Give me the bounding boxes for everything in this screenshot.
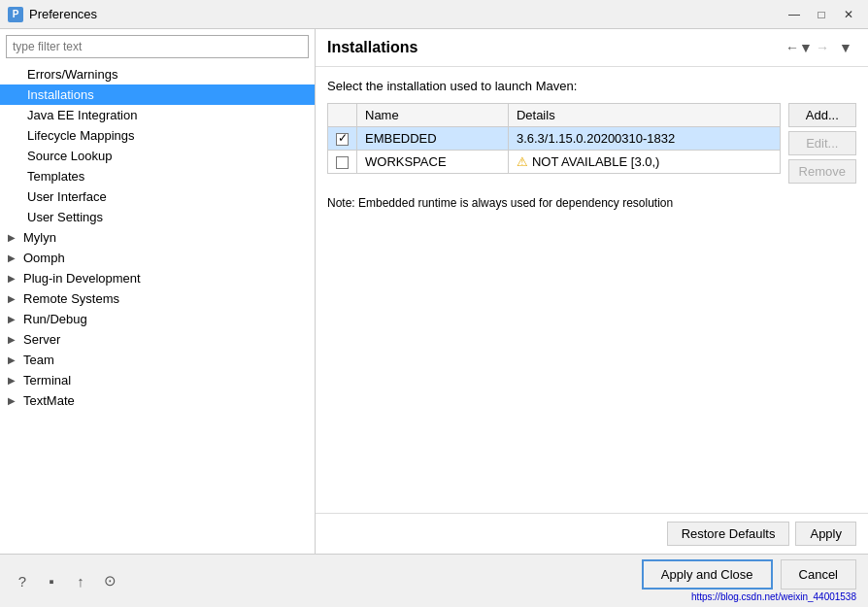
note-text: Note: Embedded runtime is always used fo… — [327, 195, 856, 212]
tree-item-oomph[interactable]: ▶Oomph — [0, 248, 315, 268]
tree-item-remote-systems[interactable]: ▶Remote Systems — [0, 288, 315, 309]
tree-item-templates[interactable]: Templates — [0, 166, 315, 186]
forward-button[interactable]: → — [812, 37, 833, 58]
section-title: Installations — [327, 39, 417, 56]
tree-item-label: Errors/Warnings — [27, 67, 117, 82]
toolbar-icons: ←▼ → ▼ — [788, 37, 856, 58]
close-button[interactable]: ✕ — [837, 5, 860, 24]
row-name: EMBEDDED — [357, 127, 509, 151]
tree-item-user-interface[interactable]: User Interface — [0, 186, 315, 207]
apply-button[interactable]: Apply — [795, 522, 856, 546]
row-details: 3.6.3/1.15.0.20200310-1832 — [508, 127, 780, 151]
filter-input[interactable] — [6, 35, 309, 58]
tree-item-label: Source Lookup — [27, 149, 112, 163]
tree-item-label: Team — [23, 353, 54, 367]
cancel-button[interactable]: Cancel — [781, 559, 856, 590]
tree-item-plugin-development[interactable]: ▶Plug-in Development — [0, 268, 315, 288]
title-bar-left: P Preferences — [8, 7, 97, 22]
back-button[interactable]: ←▼ — [788, 37, 810, 58]
bottom-bar: ? ▪ ↑ ⊙ Apply and Close Cancel https://b… — [0, 554, 868, 607]
export-icon[interactable]: ↑ — [70, 570, 91, 591]
remove-button[interactable]: Remove — [788, 159, 856, 184]
tree-item-source-lookup[interactable]: Source Lookup — [0, 146, 315, 166]
menu-button[interactable]: ▼ — [835, 37, 856, 58]
window-controls: — □ ✕ — [783, 5, 860, 24]
tree-item-user-settings[interactable]: User Settings — [0, 207, 315, 227]
checkbox[interactable] — [336, 133, 349, 146]
warning-icon: ⚠ — [517, 154, 528, 169]
right-content: Select the installation used to launch M… — [316, 67, 868, 513]
tree-item-label: Mylyn — [23, 230, 56, 245]
tree-container: Errors/WarningsInstallationsJava EE Inte… — [0, 64, 315, 554]
tree-item-lifecycle-mappings[interactable]: Lifecycle Mappings — [0, 125, 315, 146]
tree-item-label: Installations — [27, 87, 94, 102]
restore-apply-row: Restore Defaults Apply — [316, 513, 868, 554]
tree-item-label: Java EE Integration — [27, 108, 137, 122]
minimize-button[interactable]: — — [783, 5, 806, 24]
tree-item-team[interactable]: ▶Team — [0, 350, 315, 370]
tree-item-label: Plug-in Development — [23, 271, 141, 286]
apply-and-close-button[interactable]: Apply and Close — [642, 559, 773, 590]
tree-item-installations[interactable]: Installations — [0, 84, 315, 105]
col-checkbox — [328, 104, 357, 127]
tree-item-java-ee-integration[interactable]: Java EE Integration — [0, 105, 315, 125]
tree-item-server[interactable]: ▶Server — [0, 329, 315, 350]
tree-item-terminal[interactable]: ▶Terminal — [0, 370, 315, 390]
tree-item-errors-warnings[interactable]: Errors/Warnings — [0, 64, 315, 84]
tree-item-label: Templates — [27, 169, 84, 184]
tree-item-run-debug[interactable]: ▶Run/Debug — [0, 309, 315, 329]
bottom-left-icons: ? ▪ ↑ ⊙ — [12, 570, 120, 591]
side-buttons: Add... Edit... Remove — [788, 103, 856, 184]
instruction-text: Select the installation used to launch M… — [327, 79, 856, 93]
checkbox[interactable] — [336, 156, 349, 169]
installations-table: Name Details EMBEDDED3.6.3/1.15.0.202003… — [327, 103, 781, 174]
tree-item-label: User Interface — [27, 189, 107, 204]
table-row[interactable]: WORKSPACE⚠NOT AVAILABLE [3.0,) — [328, 151, 781, 174]
tree-item-label: Lifecycle Mappings — [27, 128, 135, 143]
row-checkbox-cell[interactable] — [328, 151, 357, 174]
restore-defaults-button[interactable]: Restore Defaults — [667, 522, 790, 546]
maximize-button[interactable]: □ — [810, 5, 833, 24]
row-checkbox-cell[interactable] — [328, 127, 357, 151]
right-header: Installations ←▼ → ▼ — [316, 29, 868, 67]
edit-button[interactable]: Edit... — [788, 131, 856, 155]
tree-item-label: Remote Systems — [23, 291, 119, 306]
main-container: Errors/WarningsInstallationsJava EE Inte… — [0, 29, 868, 554]
window-title: Preferences — [29, 7, 97, 21]
table-area: Name Details EMBEDDED3.6.3/1.15.0.202003… — [327, 103, 856, 184]
title-bar: P Preferences — □ ✕ — [0, 0, 868, 29]
tree-item-label: User Settings — [27, 210, 103, 224]
col-name: Name — [357, 104, 509, 127]
tree-item-mylyn[interactable]: ▶Mylyn — [0, 227, 315, 248]
row-details: ⚠NOT AVAILABLE [3.0,) — [508, 151, 780, 174]
tree-item-label: Run/Debug — [23, 312, 87, 326]
row-name: WORKSPACE — [357, 151, 509, 174]
bottom-right-buttons: Apply and Close Cancel https://blog.csdn… — [642, 559, 856, 602]
table-row[interactable]: EMBEDDED3.6.3/1.15.0.20200310-1832 — [328, 127, 781, 151]
app-icon: P — [8, 7, 23, 22]
add-button[interactable]: Add... — [788, 103, 856, 127]
tree-item-label: Terminal — [23, 373, 71, 388]
left-panel: Errors/WarningsInstallationsJava EE Inte… — [0, 29, 316, 554]
col-details: Details — [508, 104, 780, 127]
tree-item-textmate[interactable]: ▶TextMate — [0, 390, 315, 411]
right-panel: Installations ←▼ → ▼ Select the installa… — [316, 29, 868, 554]
tree-item-label: TextMate — [23, 393, 75, 408]
help-icon[interactable]: ? — [12, 570, 33, 591]
tree-item-label: Oomph — [23, 251, 65, 265]
url-text: https://blog.csdn.net/weixin_44001538 — [691, 591, 856, 602]
preferences-icon[interactable]: ▪ — [41, 570, 62, 591]
table-wrapper: Name Details EMBEDDED3.6.3/1.15.0.202003… — [327, 103, 781, 174]
refresh-icon[interactable]: ⊙ — [99, 570, 120, 591]
tree-item-label: Server — [23, 332, 60, 347]
